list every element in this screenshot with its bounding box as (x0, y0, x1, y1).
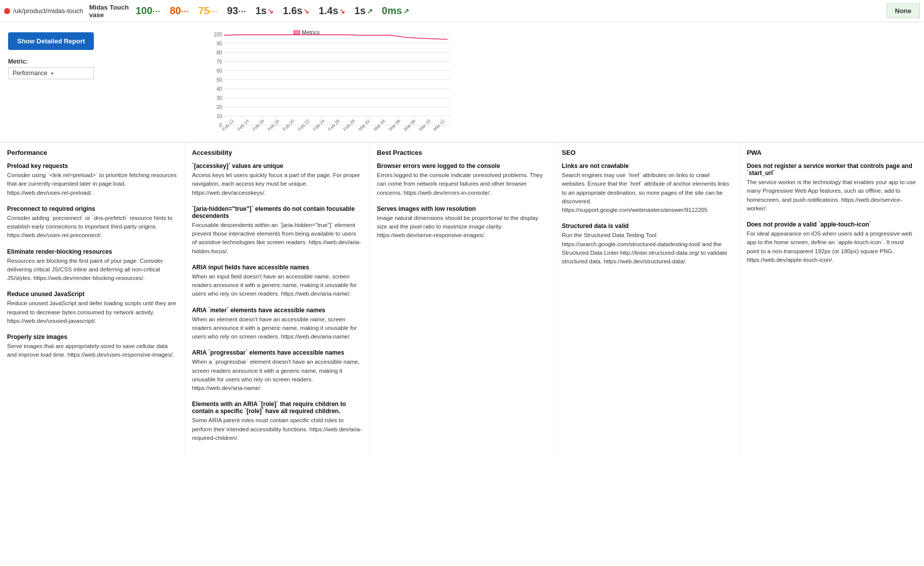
column-performance: PerformancePreload key requestsConsider … (0, 143, 185, 457)
page-title: Midas Touch vase (89, 4, 130, 19)
none-badge: None (887, 4, 920, 18)
list-item: Eliminate render-blocking resourcesResou… (7, 248, 177, 283)
metric-value-5: 1.6s (283, 5, 302, 17)
item-body-1-4: When a `progressbar` element doesn't hav… (192, 358, 362, 392)
item-body-3-0: Search engines may use `href` attributes… (562, 171, 732, 214)
metric-value-7: 1s (354, 5, 365, 17)
metric-arrow-7: ↗ (367, 7, 373, 15)
metric-value-6: 1.4s (318, 5, 338, 17)
column-header-3: SEO (562, 149, 732, 156)
list-item: ARIA `progressbar` elements have accessi… (192, 349, 362, 392)
chevron-down-icon: ▾ (51, 71, 89, 76)
column-header-1: Accessibility (192, 149, 362, 156)
metric-0: 100··· (136, 5, 161, 17)
item-body-4-0: The service worker is the technology tha… (747, 178, 917, 213)
top-bar: /uk/product/midas-touch Midas Touch vase… (0, 0, 924, 22)
item-title-1-5: Elements with an ARIA `[role]` that requ… (192, 401, 362, 415)
item-body-1-5: Some ARIA parent roles must contain spec… (192, 416, 362, 442)
list-item: Elements with an ARIA `[role]` that requ… (192, 401, 362, 442)
svg-text:30: 30 (216, 95, 223, 101)
metric-dropdown-value: Performance (13, 70, 51, 77)
list-item: `[accesskey]` values are uniqueAccess ke… (192, 162, 362, 197)
item-title-4-1: Does not provide a valid `apple-touch-ic… (747, 221, 917, 228)
item-title-1-2: ARIA input fields have accessible names (192, 264, 362, 271)
list-item: Does not provide a valid `apple-touch-ic… (747, 221, 917, 264)
column-accessibility: Accessibility`[accesskey]` values are un… (185, 143, 369, 457)
column-header-0: Performance (7, 149, 177, 156)
column-header-4: PWA (747, 149, 917, 156)
metric-arrow-5: ↘ (303, 7, 309, 15)
main-content: PerformancePreload key requestsConsider … (0, 142, 924, 457)
metric-arrow-6: ↘ (339, 7, 345, 15)
metric-6: 1.4s↘ (318, 5, 345, 17)
item-title-3-0: Links are not crawlable (562, 162, 732, 169)
item-title-0-0: Preload key requests (7, 162, 177, 169)
metric-value-3: 93··· (227, 5, 247, 17)
column-pwa: PWADoes not register a service worker th… (740, 143, 924, 457)
metric-1: 80··· (170, 5, 189, 17)
item-body-0-0: Consider using `<link rel=preload>` to p… (7, 171, 177, 197)
show-report-button[interactable]: Show Detailed Report (8, 32, 94, 50)
metric-arrow-8: ↗ (403, 7, 409, 15)
metric-label: Metric: (8, 58, 94, 65)
metric-arrow-4: ↘ (267, 7, 274, 15)
url-section: /uk/product/midas-touch (4, 7, 83, 15)
chart-section: Show Detailed Report Metric: Performance… (0, 22, 924, 142)
metric-2: 75··· (198, 5, 218, 17)
metric-value-0: 100··· (136, 5, 161, 17)
column-header-2: Best Practices (377, 149, 547, 156)
column-seo: SEOLinks are not crawlableSearch engines… (555, 143, 739, 457)
item-body-0-4: Serve images that are appropriately-size… (7, 342, 177, 360)
list-item: Preconnect to required originsConsider a… (7, 205, 177, 240)
svg-text:100: 100 (214, 32, 223, 37)
list-item: Serves images with low resolutionImage n… (377, 205, 547, 240)
item-body-0-3: Reduce unused JavaScript and defer loadi… (7, 299, 177, 325)
metric-value-1: 80··· (170, 5, 189, 17)
item-title-0-2: Eliminate render-blocking resources (7, 248, 177, 255)
metric-4: 1s↘ (255, 5, 274, 17)
metric-selector: Metric: Performance ▾ (8, 58, 94, 79)
list-item: Does not register a service worker that … (747, 162, 917, 213)
chart-area: 100 90 80 70 60 50 40 30 20 10 0 (213, 30, 455, 138)
metric-3: 93··· (227, 5, 247, 17)
metrics-row: 100···80···75···93···1s↘1.6s↘1.4s↘1s↗0ms… (136, 5, 881, 17)
list-item: ARIA input fields have accessible namesW… (192, 264, 362, 299)
metric-value-2: 75··· (198, 5, 218, 17)
item-title-2-0: Browser errors were logged to the consol… (377, 162, 547, 169)
item-body-0-1: Consider adding `preconnect` or `dns-pre… (7, 214, 177, 240)
metric-5: 1.6s↘ (283, 5, 309, 17)
metric-value-8: 0ms (382, 5, 402, 17)
svg-text:40: 40 (216, 86, 223, 92)
item-title-1-0: `[accesskey]` values are unique (192, 162, 362, 169)
item-body-1-2: When an input field doesn't have an acce… (192, 272, 362, 299)
list-item: ARIA `meter` elements have accessible na… (192, 307, 362, 342)
metric-dropdown[interactable]: Performance ▾ (8, 67, 94, 79)
metric-8: 0ms↗ (382, 5, 409, 17)
svg-text:80: 80 (216, 50, 223, 55)
item-body-0-2: Resources are blocking the first paint o… (7, 257, 177, 283)
item-title-2-1: Serves images with low resolution (377, 205, 547, 212)
item-title-0-3: Reduce unused JavaScript (7, 291, 177, 298)
list-item: Structured data is validRun the Structur… (562, 222, 732, 266)
item-body-3-1: Run the Structured Data Testing Tool htt… (562, 231, 732, 266)
item-body-4-1: For ideal appearance on iOS when users a… (747, 230, 917, 264)
item-title-4-0: Does not register a service worker that … (747, 162, 917, 177)
item-title-1-3: ARIA `meter` elements have accessible na… (192, 307, 362, 314)
list-item: Properly size imagesServe images that ar… (7, 333, 177, 360)
item-body-1-0: Access keys let users quickly focus a pa… (192, 171, 362, 197)
status-dot (4, 8, 10, 14)
column-best-practices: Best PracticesBrowser errors were logged… (370, 143, 555, 457)
page-url: /uk/product/midas-touch (13, 7, 83, 15)
item-title-0-4: Properly size images (7, 333, 177, 341)
list-item: Browser errors were logged to the consol… (377, 162, 547, 197)
svg-text:20: 20 (216, 104, 223, 110)
item-title-0-1: Preconnect to required origins (7, 205, 177, 212)
svg-text:90: 90 (216, 41, 223, 46)
item-body-2-0: Errors logged to the console indicate un… (377, 171, 547, 197)
metric-7: 1s↗ (354, 5, 372, 17)
svg-text:70: 70 (216, 59, 223, 65)
list-item: Links are not crawlableSearch engines ma… (562, 162, 732, 214)
performance-chart: 100 90 80 70 60 50 40 30 20 10 0 (213, 30, 455, 136)
metric-value-4: 1s (255, 5, 266, 17)
item-body-2-1: Image natural dimensions should be propo… (377, 214, 547, 240)
